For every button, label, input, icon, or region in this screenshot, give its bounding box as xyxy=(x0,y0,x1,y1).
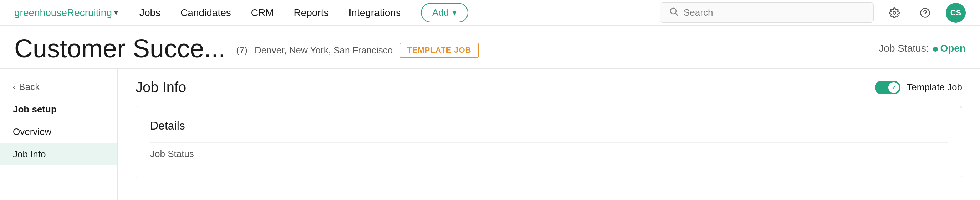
back-link[interactable]: ‹ Back xyxy=(0,76,117,98)
page-title: Customer Succe... xyxy=(14,36,225,61)
job-status-field-label: Job Status xyxy=(150,148,264,159)
job-meta: (7) Denver, New York, San Francisco TEMP… xyxy=(236,43,478,58)
nav-jobs[interactable]: Jobs xyxy=(140,7,161,19)
back-chevron-icon: ‹ xyxy=(13,83,15,92)
svg-point-2 xyxy=(893,11,896,14)
content-header: Job Info ✓ Template Job xyxy=(135,79,962,95)
settings-button[interactable] xyxy=(885,3,904,23)
nav-crm[interactable]: CRM xyxy=(251,7,274,19)
top-navigation: greenhouseRecruiting ▾ Jobs Candidates C… xyxy=(0,0,980,26)
logo-dropdown-icon[interactable]: ▾ xyxy=(114,8,118,17)
toggle-label: Template Job xyxy=(907,82,962,93)
content-title: Job Info xyxy=(135,79,186,95)
nav-reports[interactable]: Reports xyxy=(294,7,329,19)
template-job-toggle[interactable]: ✓ xyxy=(875,81,900,94)
toggle-check-icon: ✓ xyxy=(892,84,896,91)
sidebar-item-job-info[interactable]: Job Info xyxy=(0,143,117,165)
nav-links: Jobs Candidates CRM Reports Integrations… xyxy=(140,3,660,22)
job-status-field-row: Job Status xyxy=(150,142,948,165)
sidebar: ‹ Back Job setup Overview Job Info xyxy=(0,69,118,200)
back-label: Back xyxy=(19,82,40,93)
toggle-area: ✓ Template Job xyxy=(875,81,962,94)
search-icon xyxy=(669,6,679,19)
search-input[interactable] xyxy=(684,7,865,18)
logo-text: greenhouseRecruiting xyxy=(14,7,112,19)
logo-area[interactable]: greenhouseRecruiting ▾ xyxy=(14,7,118,19)
toggle-knob: ✓ xyxy=(888,82,899,93)
page-header: Customer Succe... (7) Denver, New York, … xyxy=(0,26,980,69)
job-locations: Denver, New York, San Francisco xyxy=(255,45,393,56)
nav-right: CS xyxy=(660,3,966,23)
logo-plain: greenhouse xyxy=(14,7,67,18)
details-title: Details xyxy=(150,119,948,132)
status-dot xyxy=(933,47,938,52)
logo-colored: Recruiting xyxy=(67,7,112,18)
job-status-value: Open xyxy=(933,43,966,54)
add-chevron-icon: ▾ xyxy=(452,7,457,18)
add-button[interactable]: Add ▾ xyxy=(421,3,468,22)
help-button[interactable] xyxy=(915,3,935,23)
page-header-right: Job Status: Open xyxy=(879,43,966,54)
user-avatar[interactable]: CS xyxy=(946,3,966,23)
svg-line-1 xyxy=(675,13,678,15)
nav-candidates[interactable]: Candidates xyxy=(180,7,231,19)
sidebar-item-overview[interactable]: Overview xyxy=(0,121,117,143)
status-text: Open xyxy=(940,43,966,54)
job-count: (7) xyxy=(236,45,248,56)
content-area: Job Info ✓ Template Job Details Job Stat… xyxy=(118,69,980,200)
details-card: Details Job Status xyxy=(135,106,962,178)
sidebar-section-label: Job setup xyxy=(0,98,117,121)
template-job-badge: TEMPLATE JOB xyxy=(400,43,478,58)
search-container[interactable] xyxy=(660,3,874,23)
job-status-label: Job Status: xyxy=(879,43,929,54)
main-content: ‹ Back Job setup Overview Job Info Job I… xyxy=(0,69,980,200)
add-button-label: Add xyxy=(432,7,449,18)
nav-integrations[interactable]: Integrations xyxy=(349,7,401,19)
